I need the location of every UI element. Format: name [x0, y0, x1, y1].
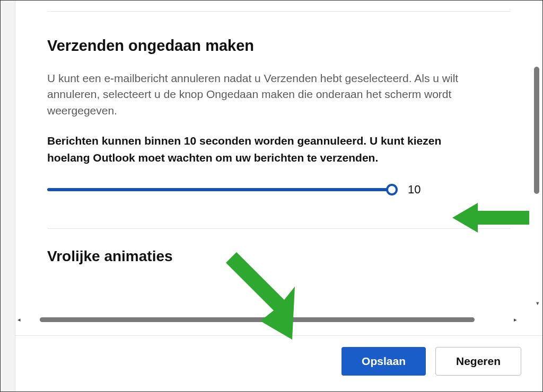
scroll-left-icon[interactable]: ◂: [15, 316, 23, 323]
footer-actions: Opslaan Negeren: [341, 347, 521, 376]
divider: [47, 228, 511, 229]
slider-track: [47, 188, 392, 191]
svg-marker-1: [226, 252, 295, 340]
undo-send-instruction: Berichten kunnen binnen 10 seconden word…: [47, 132, 461, 166]
cancel-button[interactable]: Negeren: [435, 347, 521, 376]
vertical-scrollbar[interactable]: [534, 67, 539, 194]
slider-value-label: 10: [408, 183, 421, 197]
divider: [47, 11, 511, 12]
undo-send-description: U kunt een e-mailbericht annuleren nadat…: [47, 70, 461, 119]
slider-thumb[interactable]: [386, 184, 398, 195]
undo-send-title: Verzenden ongedaan maken: [47, 37, 511, 55]
save-button[interactable]: Opslaan: [341, 347, 426, 376]
scroll-right-icon[interactable]: ▸: [512, 316, 519, 323]
svg-marker-0: [452, 203, 529, 233]
scroll-down-icon[interactable]: ▾: [536, 300, 539, 307]
annotation-arrow-icon: [452, 199, 529, 236]
annotation-arrow-icon: [223, 250, 313, 340]
undo-send-slider[interactable]: [47, 184, 392, 195]
left-rail: [1, 1, 15, 392]
